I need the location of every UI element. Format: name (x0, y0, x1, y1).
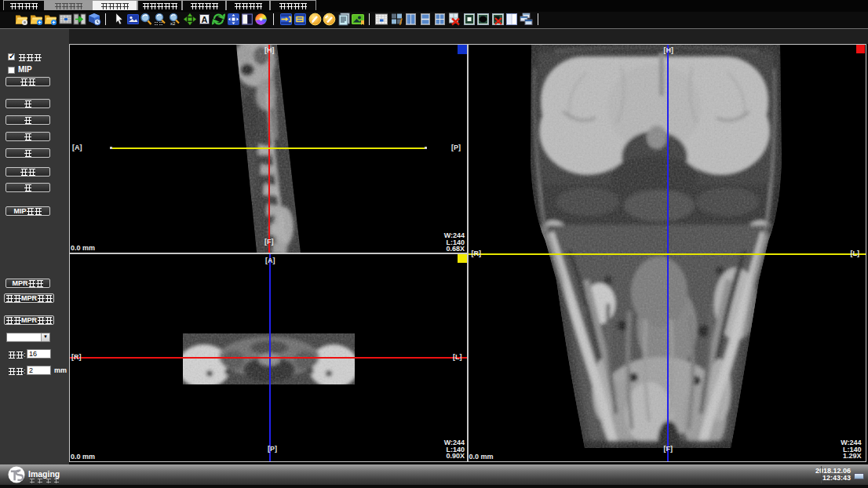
svg-text:x2: x2 (170, 21, 176, 26)
svg-text:A: A (202, 15, 208, 24)
